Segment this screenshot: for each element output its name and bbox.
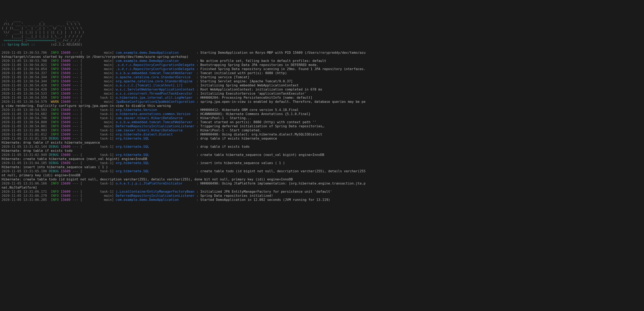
log-level: INFO: [49, 96, 58, 100]
log-timestamp: 2020-11-05 13:30:54.801: [2, 124, 47, 128]
log-timestamp: 2020-11-05 13:31:04.185: [2, 161, 47, 165]
log-continuation: nal.NoJtaPlatform]: [2, 186, 642, 190]
log-timestamp: 2020-11-05 13:30:54.420: [2, 88, 47, 91]
log-timestamp: 2020-11-05 13:31:01.012: [2, 132, 47, 136]
log-line: 2020-11-05 13:31:06.166 INFO 15609 --- […: [2, 181, 642, 186]
log-logger: o.s.b.w.embedded.tomcat.TomcatWebServer: [116, 120, 194, 124]
log-message: HHH000490: Using JtaPlatform implementat…: [200, 181, 366, 185]
log-line: 2020-11-05 13:31:00.993 INFO 15609 --- […: [2, 128, 642, 132]
log-line: 2020-11-05 13:30:54.420 INFO 15609 --- […: [2, 83, 642, 88]
log-thread: --- [ main]: [70, 92, 116, 95]
log-level: INFO: [49, 83, 58, 87]
log-message: No active profile set, falling back to d…: [200, 59, 326, 63]
log-logger: org.hibernate.SQL: [116, 145, 194, 149]
log-timestamp: 2020-11-05 13:30:54.746: [2, 116, 47, 120]
log-line: 2020-11-05 13:31:04.185 DEBUG 15609 --- …: [2, 161, 642, 165]
log-message: Root WebApplicationContext: initializati…: [200, 88, 322, 91]
log-thread: --- [ task-1]: [70, 153, 116, 157]
log-level: INFO: [49, 92, 58, 95]
log-line: 2020-11-05 13:30:53.706 INFO 15609 --- […: [2, 51, 642, 55]
log-thread: --- [ task-1]: [70, 161, 116, 165]
log-message: HHH000412: Hibernate ORM core version 5.…: [200, 108, 299, 112]
log-timestamp: 2020-11-05 13:31:06.285: [2, 198, 47, 202]
log-message: Bootstrapping Spring Data JPA repositori…: [200, 63, 318, 67]
log-line: 2020-11-05 13:30:54.344 INFO 15609 --- […: [2, 75, 642, 79]
log-logger: .s.d.r.c.RepositoryConfigurationDelegate: [116, 67, 194, 71]
log-thread: --- [ main]: [70, 194, 116, 198]
log-thread: --- [ main]: [70, 59, 116, 63]
log-line: 2020-11-05 13:30:53.708 INFO 15609 --- […: [2, 59, 642, 63]
log-message: Initializing Spring embedded WebApplicat…: [200, 83, 299, 87]
log-continuation: kshop/target/classes started by rorypred…: [2, 55, 642, 59]
log-message: HikariPool-1 - Start completed.: [200, 128, 261, 132]
log-line: 2020-11-05 13:31:06.171 INFO 15609 --- […: [2, 190, 642, 194]
log-logger: o.s.b.w.embedded.tomcat.TomcatWebServer: [116, 71, 194, 75]
log-pid: 15609: [61, 137, 70, 140]
log-level: INFO: [49, 128, 58, 132]
log-message: HikariPool-1 - Starting...: [200, 116, 251, 120]
log-level: INFO: [49, 124, 58, 128]
log-logger: org.apache.catalina.core.StandardEngine: [116, 79, 194, 83]
log-logger: org.hibernate.Version: [116, 108, 194, 112]
log-logger: com.zaxxer.hikari.HikariDataSource: [116, 116, 194, 120]
log-message: Spring Data repositories initialized!: [200, 194, 273, 198]
log-timestamp: 2020-11-05 13:31:01.319: [2, 137, 47, 140]
log-timestamp: 2020-11-05 13:31:05.190: [2, 169, 47, 173]
log-line: 2020-11-05 13:30:54.344 INFO 15609 --- […: [2, 79, 642, 83]
log-pid: 15609: [61, 83, 70, 87]
log-line: 2020-11-05 13:30:54.533 INFO 15609 --- […: [2, 92, 642, 96]
log-timestamp: 2020-11-05 13:30:54.420: [2, 83, 47, 87]
log-level: INFO: [49, 75, 58, 79]
log-level: INFO: [49, 63, 58, 67]
log-lines: 2020-11-05 13:30:53.706 INFO 15609 --- […: [2, 51, 642, 202]
log-timestamp: 2020-11-05 13:30:54.682: [2, 112, 47, 116]
log-level: INFO: [49, 181, 58, 185]
log-pid: 15609: [61, 132, 70, 136]
log-pid: 15609: [61, 79, 70, 83]
log-timestamp: 2020-11-05 13:30:54.054: [2, 67, 47, 71]
log-pid: 15609: [61, 59, 70, 63]
log-thread: --- [ main]: [70, 83, 116, 87]
log-pid: 15609: [61, 194, 70, 198]
terminal-output[interactable]: . ____ _ __ _ _ /\\ / ___'_ __ _ _(_)_ _…: [2, 18, 642, 202]
log-level: INFO: [49, 190, 58, 193]
log-continuation: Hibernate: create table hibernate_sequen…: [2, 157, 642, 161]
log-pid: 15609: [61, 124, 70, 128]
log-pid: 15609: [61, 108, 70, 112]
log-level: INFO: [49, 132, 58, 136]
log-message: Tomcat initialized with port(s): 8080 (h…: [200, 71, 287, 75]
log-logger: o.h.e.t.j.p.i.JtaPlatformInitiator: [116, 181, 194, 185]
log-level: DEBUG: [49, 153, 58, 157]
log-pid: 15609: [61, 100, 70, 104]
log-pid: 15609: [61, 51, 70, 55]
log-level: DEBUG: [49, 161, 58, 165]
spring-boot-version: (v2.3.2.RELEASE): [51, 43, 82, 46]
log-pid: 15609: [61, 88, 70, 91]
log-message: create table hibernate_sequence (next_va…: [200, 153, 324, 157]
log-pid: 15609: [61, 96, 70, 100]
log-message: create table todo (id bigint not null, d…: [200, 169, 366, 173]
log-timestamp: 2020-11-05 13:30:54.344: [2, 79, 47, 83]
log-thread: --- [ task-1]: [70, 128, 116, 132]
log-level: INFO: [49, 71, 58, 75]
log-line: 2020-11-05 13:30:54.682 INFO 15609 --- […: [2, 112, 642, 116]
log-logger: org.hibernate.SQL: [116, 137, 194, 140]
log-message: Starting DemoApplication on Rorys-MBP wi…: [200, 51, 366, 55]
log-level: INFO: [49, 116, 58, 120]
log-logger: DeferredRepositoryInitializationListener: [116, 194, 194, 198]
log-timestamp: 2020-11-05 13:30:54.533: [2, 92, 47, 95]
log-line: 2020-11-05 13:31:05.190 DEBUG 15609 --- …: [2, 169, 642, 173]
log-thread: --- [ main]: [70, 124, 116, 128]
log-logger: o.hibernate.jpa.internal.util.LogHelper: [116, 96, 194, 100]
log-thread: --- [ task-1]: [70, 169, 116, 173]
log-continuation: ot null, primary key (id)) engine=InnoDB: [2, 173, 642, 177]
log-pid: 15609: [61, 75, 70, 79]
log-pid: 15609: [61, 169, 70, 173]
log-timestamp: 2020-11-05 13:31:02.949: [2, 153, 47, 157]
log-thread: --- [ task-1]: [70, 145, 116, 149]
log-logger: com.example.demo.DemoApplication: [116, 51, 194, 55]
log-line: 2020-11-05 13:30:54.800 INFO 15609 --- […: [2, 120, 642, 124]
log-pid: 15609: [61, 120, 70, 124]
log-thread: --- [ main]: [70, 75, 116, 79]
log-logger: org.hibernate.dialect.Dialect: [116, 132, 194, 136]
